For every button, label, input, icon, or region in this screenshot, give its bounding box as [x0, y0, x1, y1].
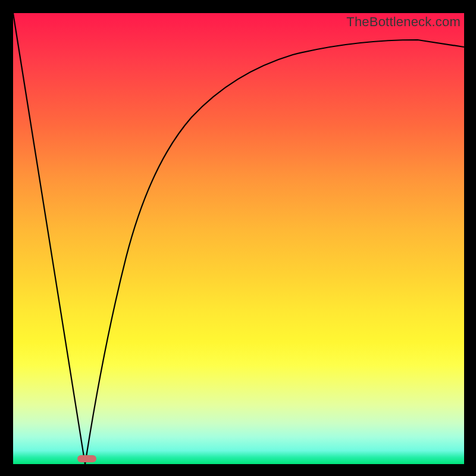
watermark-text: TheBottleneck.com: [346, 14, 461, 30]
curve-right-leg: [85, 40, 464, 464]
optimal-marker: [77, 455, 96, 462]
curve-left-leg: [13, 13, 85, 464]
plot-area: TheBottleneck.com: [13, 13, 464, 464]
chart-frame: TheBottleneck.com: [0, 0, 476, 476]
bottleneck-curve: [13, 13, 464, 464]
